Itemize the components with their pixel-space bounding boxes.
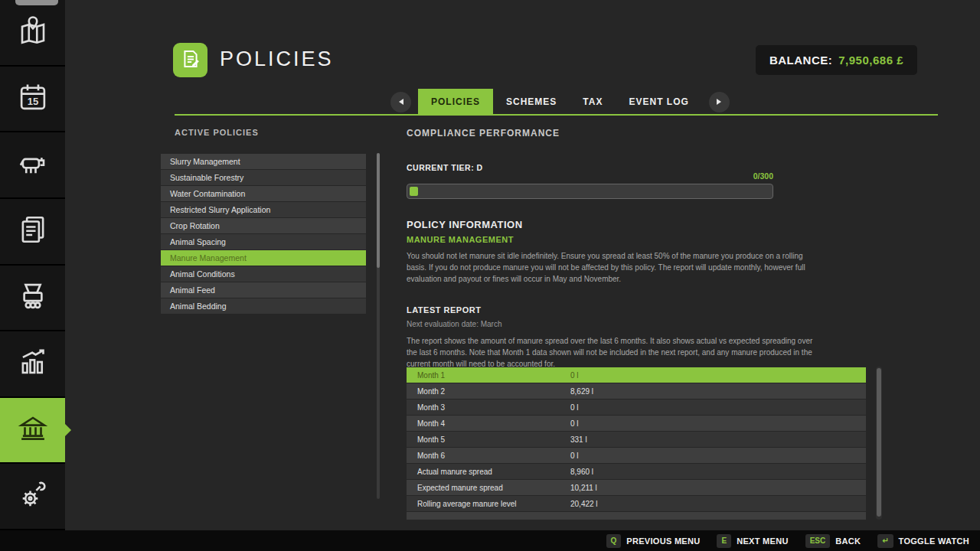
toggle-watch-hint[interactable]: ↵ TOGGLE WATCH: [877, 534, 969, 548]
row-label: Rolling average manure level: [417, 500, 570, 508]
tab-tax[interactable]: TAX: [570, 89, 616, 115]
policy-list-item[interactable]: Animal Spacing: [161, 234, 366, 249]
policy-info-title: POLICY INFORMATION: [407, 219, 523, 230]
policies-screen: 15: [0, 0, 980, 551]
table-row-clipped: [407, 512, 866, 520]
balance-badge: BALANCE: 7,950,686 £: [756, 45, 917, 75]
tab-prev-button[interactable]: [390, 92, 411, 112]
next-menu-label: NEXT MENU: [737, 536, 788, 546]
row-value: 10,211 l: [570, 484, 597, 492]
table-row: Rolling average manure level 20,422 l: [407, 496, 866, 511]
q-key-badge: Q: [606, 534, 622, 548]
policy-list-scrollbar[interactable]: [377, 153, 380, 499]
chevron-left-icon: [399, 99, 403, 105]
manure-report-table: Month 1 0 l Month 2 8,629 l Month 3 0 l …: [407, 367, 866, 520]
sidebar-scroll-remnant: [15, 0, 58, 5]
latest-report-description: The report shows the amount of manure sp…: [407, 335, 822, 370]
sidebar-item-finances-policies[interactable]: [0, 398, 65, 465]
tab-event-log[interactable]: EVENT LOG: [616, 89, 701, 115]
row-value: 8,629 l: [570, 387, 593, 396]
active-policies-title: ACTIVE POLICIES: [175, 128, 259, 137]
policy-info-subtitle: MANURE MANAGEMENT: [407, 235, 514, 244]
sidebar-item-map[interactable]: [0, 0, 65, 67]
row-value: 8,960 l: [570, 468, 593, 476]
row-label: Month 1: [417, 371, 570, 380]
row-label: Month 2: [417, 387, 570, 396]
back-label: BACK: [835, 536, 861, 546]
row-label: Month 6: [417, 452, 570, 460]
documents-icon: [17, 214, 49, 249]
row-value: 0 l: [570, 452, 579, 460]
main-menu-sidebar: 15: [0, 0, 65, 530]
table-row: Actual manure spread 8,960 l: [407, 464, 866, 479]
previous-menu-label: PREVIOUS MENU: [626, 536, 700, 546]
tab-next-button[interactable]: [709, 92, 730, 112]
production-icon: [17, 280, 49, 315]
tab-schemes[interactable]: SCHEMES: [493, 89, 570, 115]
balance-label: BALANCE:: [769, 54, 832, 67]
tab-underline: [175, 114, 938, 116]
table-row: Month 1 0 l: [407, 367, 866, 383]
calendar-day-label: 15: [27, 96, 38, 107]
report-scrollbar[interactable]: [876, 367, 882, 520]
row-value: 0 l: [570, 419, 579, 428]
sidebar-item-production[interactable]: [0, 266, 65, 332]
policy-list-item[interactable]: Restricted Slurry Application: [161, 202, 366, 217]
policy-list-item[interactable]: Animal Feed: [161, 282, 366, 298]
policy-list-item[interactable]: Animal Conditions: [161, 266, 366, 282]
policy-list-item[interactable]: Animal Bedding: [161, 298, 366, 314]
compliance-progress-fill: [410, 187, 418, 196]
row-label: Month 4: [417, 419, 570, 428]
e-key-badge: E: [717, 534, 731, 548]
calendar-icon: 15: [17, 81, 49, 116]
next-menu-hint[interactable]: E NEXT MENU: [717, 534, 788, 548]
toggle-watch-label: TOGGLE WATCH: [899, 536, 969, 546]
row-label: Actual manure spread: [417, 468, 570, 476]
policy-list-scrollbar-thumb[interactable]: [377, 153, 380, 268]
chart-icon: [17, 346, 49, 381]
tab-bar: POLICIES SCHEMES TAX EVENT LOG: [384, 89, 737, 115]
gear-wrench-icon: [17, 479, 49, 514]
balance-value: 7,950,686 £: [838, 54, 903, 67]
row-value: 0 l: [570, 403, 579, 412]
row-label: Expected manure spread: [417, 484, 570, 492]
row-label: Month 3: [417, 403, 570, 412]
sidebar-item-calendar[interactable]: 15: [0, 67, 65, 133]
back-hint[interactable]: ESC BACK: [805, 534, 861, 548]
cow-icon: [17, 148, 49, 183]
table-row: Month 3 0 l: [407, 399, 866, 415]
policy-list-item-selected[interactable]: Manure Management: [161, 250, 366, 266]
map-icon: [17, 15, 49, 50]
policy-list-item[interactable]: Crop Rotation: [161, 218, 366, 233]
table-row: Month 6 0 l: [407, 448, 866, 463]
latest-report-title: LATEST REPORT: [407, 305, 481, 315]
table-row: Month 5 331 l: [407, 432, 866, 447]
policy-list-item[interactable]: Slurry Management: [161, 154, 366, 169]
esc-key-badge: ESC: [805, 534, 831, 548]
row-value: 20,422 l: [570, 500, 598, 508]
policy-list-item[interactable]: Water Contamination: [161, 186, 366, 201]
sidebar-item-animals[interactable]: [0, 132, 65, 199]
table-row: Month 2 8,629 l: [407, 383, 866, 399]
row-value: 0 l: [570, 371, 579, 380]
row-label: Month 5: [417, 435, 570, 444]
row-value: 331 l: [570, 435, 587, 444]
chevron-right-icon: [717, 99, 721, 105]
policy-list-item[interactable]: Sustainable Forestry: [161, 170, 366, 185]
tab-policies[interactable]: POLICIES: [418, 89, 493, 115]
policy-info-description: You should not let manure sit idle indef…: [407, 250, 822, 285]
next-evaluation-date: Next evaluation date: March: [407, 320, 502, 328]
table-row: Expected manure spread 10,211 l: [407, 480, 866, 495]
bank-icon: [17, 412, 49, 448]
sidebar-item-contracts[interactable]: [0, 199, 65, 266]
key-hints-bar: Q PREVIOUS MENU E NEXT MENU ESC BACK ↵ T…: [0, 530, 980, 551]
sidebar-item-statistics[interactable]: [0, 331, 65, 398]
sidebar-item-settings[interactable]: [0, 464, 65, 530]
policy-document-icon: [180, 48, 201, 73]
compliance-score: 0/300: [407, 171, 773, 181]
compliance-title: COMPLIANCE PERFORMANCE: [407, 128, 560, 139]
previous-menu-hint[interactable]: Q PREVIOUS MENU: [606, 534, 701, 548]
table-row: Month 4 0 l: [407, 416, 866, 431]
policies-app-icon: [173, 43, 207, 77]
report-scrollbar-thumb[interactable]: [877, 368, 881, 517]
